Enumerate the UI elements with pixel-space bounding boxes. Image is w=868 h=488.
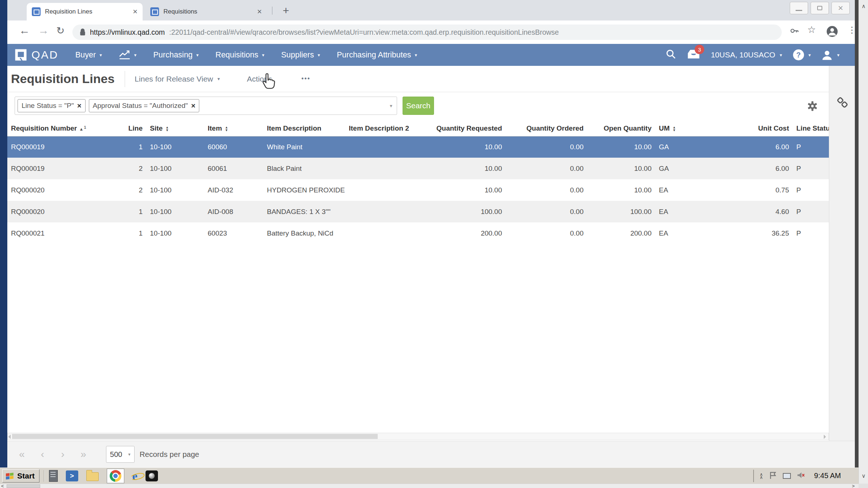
scrollbar-thumb[interactable] xyxy=(7,484,40,488)
lock-icon xyxy=(80,29,86,36)
profile-icon[interactable] xyxy=(826,26,838,39)
previous-page-button[interactable]: ‹ xyxy=(41,449,44,459)
file-explorer-icon[interactable] xyxy=(86,472,99,481)
search-icon[interactable] xyxy=(665,49,676,61)
scrollbar-thumb[interactable] xyxy=(12,434,378,439)
scroll-right-icon[interactable] xyxy=(824,435,826,439)
chevron-down-icon: ▾ xyxy=(415,52,417,58)
restore-button[interactable] xyxy=(811,2,829,14)
grid-cell: 1 xyxy=(102,201,146,222)
grid-row[interactable]: RQ000020110-100AID-008BANDAGES: 1 X 3""1… xyxy=(7,201,829,222)
grid-cell: P xyxy=(793,158,829,179)
grid-row[interactable]: RQ000021110-10060023Battery Backup, NiCd… xyxy=(7,222,829,244)
column-header[interactable]: Line Status xyxy=(793,121,829,136)
scroll-left-icon[interactable] xyxy=(8,435,11,439)
column-header[interactable]: Open Quantity xyxy=(587,121,655,136)
grid-cell: 200.00 xyxy=(424,222,506,244)
column-header[interactable]: Quantity Requested xyxy=(424,121,506,136)
chevron-down-icon: ▾ xyxy=(99,52,102,58)
table-horizontal-scrollbar[interactable] xyxy=(7,433,829,440)
help-menu[interactable]: ? ▾ xyxy=(793,49,811,60)
column-header[interactable]: Quantity Ordered xyxy=(506,121,587,136)
reload-icon[interactable]: ↻ xyxy=(56,25,65,37)
entity-selector[interactable]: 10USA, 10USACO ▾ xyxy=(711,50,782,59)
grid-row[interactable]: RQ000019210-10060061Black Paint10.000.00… xyxy=(7,158,829,179)
page-size-select[interactable]: 500 ▾ xyxy=(106,446,135,463)
windows-logo-icon xyxy=(5,472,14,480)
menu-requisitions[interactable]: Requisitions ▾ xyxy=(215,50,264,60)
grid-cell: 10.00 xyxy=(587,179,655,201)
first-page-button[interactable]: « xyxy=(19,449,25,459)
column-header-label: Item Description xyxy=(267,124,321,132)
minimize-button[interactable] xyxy=(790,2,808,14)
column-header[interactable]: Unit Cost xyxy=(724,121,793,136)
scroll-left-icon[interactable]: < xyxy=(1,484,4,488)
powershell-icon[interactable]: > xyxy=(66,470,78,481)
remote-vertical-scrollbar[interactable]: ∧ ∨ xyxy=(858,0,868,484)
menu-purchasing[interactable]: Purchasing ▾ xyxy=(153,50,199,60)
bookmark-star-icon[interactable]: ☆ xyxy=(807,24,816,35)
gear-icon[interactable] xyxy=(807,100,818,113)
flag-icon[interactable] xyxy=(769,471,777,481)
forward-icon[interactable]: → xyxy=(38,24,49,37)
scroll-up-icon[interactable]: ∧ xyxy=(859,1,868,11)
column-header-label: Requisition Number xyxy=(11,124,77,132)
show-hidden-icons-chevron[interactable]: ∧∧ xyxy=(760,473,763,479)
recorder-app-icon[interactable] xyxy=(146,470,158,481)
column-header[interactable]: Item Description xyxy=(263,121,345,136)
link-icon[interactable] xyxy=(836,96,849,110)
search-button[interactable]: Search xyxy=(403,97,434,115)
chevron-down-icon: ▾ xyxy=(218,76,220,82)
internet-explorer-icon[interactable]: e xyxy=(132,470,137,482)
menu-analytics[interactable]: ▾ xyxy=(119,50,137,60)
column-header-label: UM xyxy=(659,124,670,132)
url-bar[interactable]: https://vmlinux.qad.com:22011/qad-centra… xyxy=(72,25,782,40)
user-menu[interactable]: ▾ xyxy=(822,49,839,60)
remote-horizontal-scrollbar[interactable]: < > xyxy=(0,484,858,488)
view-selector[interactable]: Lines for Release View ▾ xyxy=(135,75,220,83)
volume-icon[interactable] xyxy=(797,471,805,481)
column-header[interactable]: Line xyxy=(102,121,146,136)
column-header[interactable]: Requisition Number▲1 xyxy=(7,121,102,136)
grid-cell: P xyxy=(793,136,829,158)
close-button[interactable]: × xyxy=(831,2,850,14)
start-button[interactable]: Start xyxy=(2,469,39,483)
chip-close-icon[interactable]: × xyxy=(191,102,196,109)
filter-dropdown-icon[interactable]: ▾ xyxy=(390,103,392,109)
grid-row[interactable]: RQ000020210-100AID-032HYDROGEN PEROXIDE1… xyxy=(7,179,829,201)
more-menu-icon[interactable]: ••• xyxy=(301,75,310,83)
menu-label: Buyer xyxy=(75,50,96,60)
menu-purchasing-attributes[interactable]: Purchasing Attributes ▾ xyxy=(337,50,417,60)
next-page-button[interactable]: › xyxy=(61,449,64,459)
tab-strip: Requisition Lines × Requisitions × + × xyxy=(7,0,855,20)
back-icon[interactable]: ← xyxy=(19,24,30,37)
network-icon[interactable] xyxy=(783,473,791,479)
tab-requisition-lines[interactable]: Requisition Lines × xyxy=(27,3,143,20)
qad-favicon-icon xyxy=(32,7,41,16)
new-tab-button[interactable]: + xyxy=(279,4,293,18)
scroll-right-icon[interactable]: > xyxy=(852,484,855,488)
filter-chip-approval-status[interactable]: Approval Status = "Authorized" × xyxy=(89,99,200,112)
menu-suppliers[interactable]: Suppliers ▾ xyxy=(281,50,320,60)
tab-requisitions[interactable]: Requisitions × xyxy=(145,3,267,20)
column-header[interactable]: Item▲▼ xyxy=(204,121,263,136)
tab-close-icon[interactable]: × xyxy=(257,8,262,16)
menu-role[interactable]: Buyer ▾ xyxy=(75,50,102,60)
column-header[interactable]: Site▲▼ xyxy=(146,121,204,136)
column-header[interactable]: UM▲▼ xyxy=(655,121,724,136)
server-app-icon[interactable] xyxy=(49,470,58,482)
chrome-taskbar-button[interactable] xyxy=(107,469,124,483)
scroll-down-icon[interactable]: ∨ xyxy=(859,471,868,481)
last-page-button[interactable]: » xyxy=(80,449,86,459)
qad-logo[interactable]: QAD xyxy=(14,48,59,62)
column-header[interactable]: Item Description 2 xyxy=(345,121,424,136)
filter-input[interactable]: Line Status = "P" × Approval Status = "A… xyxy=(15,97,397,115)
inbox-icon[interactable]: 3 xyxy=(687,49,700,61)
grid-row[interactable]: RQ000019110-10060060White Paint10.000.00… xyxy=(7,136,829,158)
taskbar: Start > e ∧∧ 9:45 AM xyxy=(0,468,858,484)
filter-chip-line-status[interactable]: Line Status = "P" × xyxy=(18,99,86,112)
chip-close-icon[interactable]: × xyxy=(77,102,82,109)
key-icon[interactable] xyxy=(790,26,799,37)
tab-close-icon[interactable]: × xyxy=(133,8,137,16)
grid-cell: 10.00 xyxy=(424,179,506,201)
